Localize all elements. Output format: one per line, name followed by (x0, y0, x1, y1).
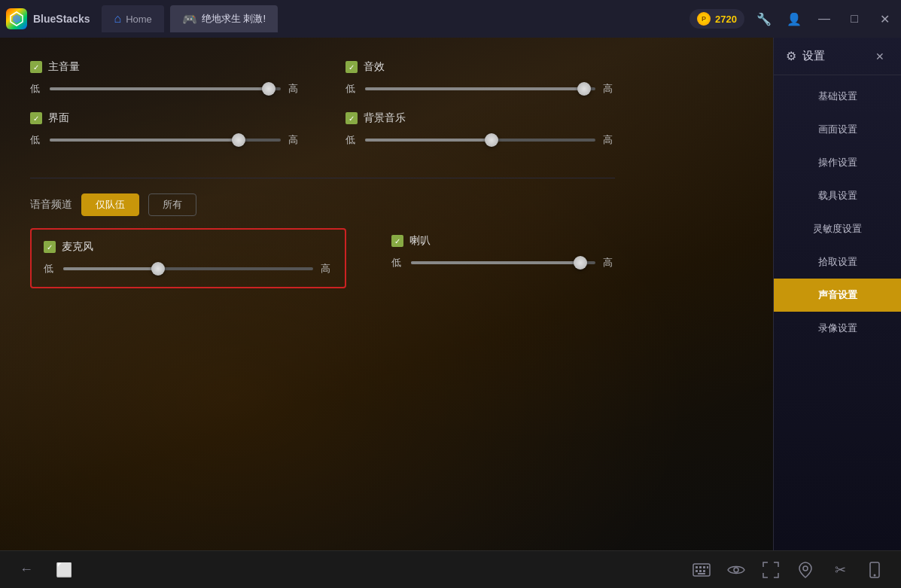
sfx-label-row: ✓ 音效 (345, 60, 616, 74)
main-layout: ✓ 主音量 低 高 (0, 38, 901, 550)
voice-tab-team-label: 仅队伍 (96, 198, 125, 212)
home-bottom-icon[interactable]: ⬜ (53, 559, 75, 581)
tab-home-label: Home (126, 14, 152, 25)
speaker-fill (411, 261, 580, 264)
ui-high: 高 (288, 133, 300, 147)
mic-fill (63, 267, 158, 270)
minimize-button[interactable]: — (814, 8, 835, 29)
fullscreen-icon[interactable] (759, 559, 782, 581)
settings-header: ⚙ 设置 ✕ (774, 38, 901, 75)
ui-item: ✓ 界面 低 高 (30, 111, 300, 148)
ui-low: 低 (30, 133, 42, 147)
sfx-thumb[interactable] (577, 82, 591, 96)
bgm-label-row: ✓ 背景音乐 (345, 111, 616, 125)
bottombar: ← ⬜ (0, 550, 901, 588)
sfx-track (365, 87, 596, 90)
mic-label: 麦克风 (62, 240, 93, 254)
speaker-thumb[interactable] (574, 256, 587, 270)
speaker-checkbox[interactable]: ✓ (391, 235, 403, 247)
menu-item-sound[interactable]: 声音设置 (774, 279, 901, 312)
svg-rect-3 (696, 566, 698, 568)
bgm-thumb[interactable] (485, 133, 498, 147)
master-volume-low: 低 (30, 82, 42, 96)
brand-name: BlueStacks (33, 13, 90, 25)
sfx-item: ✓ 音效 低 高 (345, 60, 616, 96)
ui-fill (50, 139, 239, 142)
keyboard-icon[interactable] (690, 559, 713, 581)
voice-section: 语音频道 仅队伍 所有 ✓ 麦克风 (30, 193, 615, 288)
master-volume-slider-row: 低 高 (30, 81, 300, 96)
menu-item-record[interactable]: 录像设置 (774, 312, 901, 345)
sfx-low: 低 (345, 82, 358, 96)
menu-item-controls[interactable]: 操作设置 (774, 146, 901, 179)
avatar-icon[interactable]: 👤 (784, 8, 805, 29)
phone-icon[interactable] (863, 559, 886, 581)
master-volume-label-row: ✓ 主音量 (30, 60, 300, 74)
bgm-slider-row: 低 高 (345, 133, 616, 148)
sound-settings-content: ✓ 主音量 低 高 (0, 38, 645, 550)
mic-checkbox[interactable]: ✓ (44, 241, 56, 253)
settings-menu: 基础设置 画面设置 操作设置 载具设置 灵敏度设置 拾取设置 声音设置 录像设置 (774, 75, 901, 550)
mic-track-wrap[interactable] (63, 261, 313, 276)
master-volume-checkbox[interactable]: ✓ (30, 61, 42, 73)
bgm-high: 高 (603, 133, 615, 147)
master-volume-item: ✓ 主音量 低 高 (30, 60, 300, 96)
location-icon[interactable] (794, 559, 817, 581)
scissors-icon[interactable]: ✂ (829, 559, 851, 581)
coin-icon: P (697, 12, 711, 26)
home-icon: ⌂ (114, 12, 121, 26)
game-area: ✓ 主音量 低 高 (0, 38, 773, 550)
sfx-label: 音效 (364, 60, 385, 74)
bgm-checkbox[interactable]: ✓ (345, 112, 358, 124)
ui-thumb[interactable] (232, 133, 245, 147)
window-close-button[interactable]: ✕ (874, 8, 895, 29)
menu-item-display[interactable]: 画面设置 (774, 113, 901, 146)
speaker-slider-row: 低 高 (391, 255, 615, 270)
coin-amount: 2720 (715, 14, 737, 25)
voice-channel-label: 语音频道 (30, 198, 72, 212)
voice-tab-team[interactable]: 仅队伍 (81, 193, 139, 216)
back-icon[interactable]: ← (15, 559, 38, 581)
master-volume-track (50, 87, 281, 90)
svg-rect-9 (703, 570, 705, 572)
titlebar-right: P 2720 🔧 👤 — □ ✕ (689, 8, 895, 29)
bottombar-right: ✂ (690, 559, 886, 581)
svg-rect-4 (699, 566, 702, 568)
ui-checkbox[interactable]: ✓ (30, 112, 42, 124)
eye-icon[interactable] (725, 559, 747, 581)
mic-low: 低 (44, 262, 56, 276)
menu-item-sensitivity[interactable]: 灵敏度设置 (774, 212, 901, 245)
sfx-high: 高 (603, 82, 615, 96)
master-volume-high: 高 (288, 82, 300, 96)
svg-rect-5 (703, 566, 705, 568)
bgm-track-wrap[interactable] (365, 133, 596, 148)
speaker-label: 喇叭 (409, 234, 431, 248)
menu-item-vehicle[interactable]: 载具设置 (774, 179, 901, 212)
settings-panel: ⚙ 设置 ✕ 基础设置 画面设置 操作设置 载具设置 灵敏度设置 拾取设置 (773, 38, 901, 550)
game-icon: 🎮 (182, 12, 197, 26)
wrench-icon[interactable]: 🔧 (753, 8, 775, 29)
ui-track-wrap[interactable] (50, 133, 281, 148)
gear-icon: ⚙ (786, 49, 796, 63)
menu-item-basic[interactable]: 基础设置 (774, 80, 901, 113)
coin-badge: P 2720 (689, 9, 744, 29)
bgm-label: 背景音乐 (364, 111, 406, 125)
bluestacks-logo (6, 8, 27, 29)
sfx-track-wrap[interactable] (365, 81, 596, 96)
speaker-label-row: ✓ 喇叭 (391, 234, 615, 248)
ui-slider-row: 低 高 (30, 133, 300, 148)
master-volume-thumb[interactable] (262, 82, 275, 96)
voice-tab-all[interactable]: 所有 (148, 193, 196, 216)
speaker-track-wrap[interactable] (411, 255, 595, 270)
master-volume-label: 主音量 (48, 60, 80, 74)
master-volume-track-wrap[interactable] (50, 81, 281, 96)
sfx-checkbox[interactable]: ✓ (345, 61, 358, 73)
restore-button[interactable]: □ (844, 8, 865, 29)
tab-home[interactable]: ⌂ Home (102, 5, 163, 32)
menu-item-pickup[interactable]: 拾取设置 (774, 245, 901, 279)
settings-close-button[interactable]: ✕ (871, 47, 889, 66)
mic-thumb[interactable] (151, 262, 165, 276)
tab-game[interactable]: 🎮 绝地求生 刺激! (170, 5, 278, 32)
speaker-track (411, 261, 595, 264)
titlebar: BlueStacks ⌂ Home 🎮 绝地求生 刺激! P 2720 🔧 👤 … (0, 0, 901, 38)
